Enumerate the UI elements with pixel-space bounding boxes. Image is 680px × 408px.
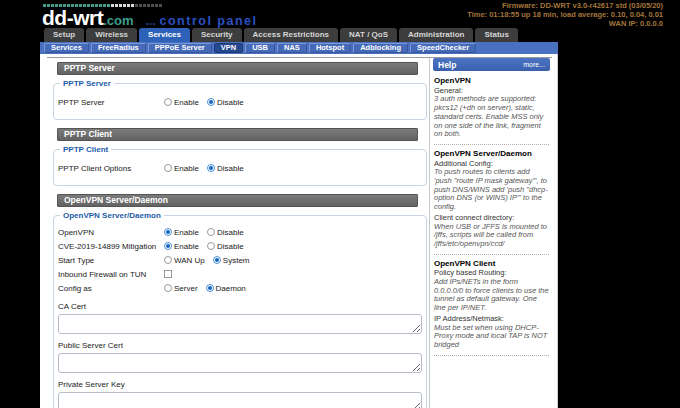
form-row: PPTP Client Options Enable Disable	[58, 161, 422, 175]
radio-openvpn-disable[interactable]	[207, 228, 215, 236]
row-label: Config as	[58, 284, 164, 293]
tab-nat-qos[interactable]: NAT / QoS	[340, 28, 397, 42]
radio-label: Server	[174, 284, 198, 293]
private-server-key-textarea[interactable]	[58, 392, 422, 408]
brand-tld: .com	[103, 13, 133, 28]
tab-security[interactable]: Security	[192, 28, 242, 42]
help-sidebar: Help more... OpenVPN General: 3 auth met…	[429, 58, 553, 408]
fieldset-legend: PPTP Client	[60, 145, 111, 154]
radio-pptp-client-disable[interactable]	[207, 164, 215, 172]
section-header-openvpn-server: OpenVPN Server/Daemon	[57, 194, 418, 207]
row-label: CVE-2019-14899 Mitigation	[58, 242, 164, 251]
help-header: Help more...	[433, 58, 550, 71]
radio-label: Disable	[217, 164, 244, 173]
form-row: Start Type WAN Up System	[58, 253, 422, 267]
tab-wireless[interactable]: Wireless	[86, 28, 137, 42]
radio-pptp-client-enable[interactable]	[164, 164, 172, 172]
help-item-text: Add IPs/NETs in the form 0.0.0.0/0 to fo…	[434, 278, 549, 313]
radio-config-as-server[interactable]	[164, 284, 172, 292]
form-row: Config as Server Daemon	[58, 281, 422, 295]
row-label: PPTP Client Options	[58, 164, 164, 173]
subtab-freeradius[interactable]: FreeRadius	[91, 43, 146, 53]
form-row: CVE-2019-14899 Mitigation Enable Disable	[58, 239, 422, 253]
subtab-vpn[interactable]: VPN	[214, 43, 243, 53]
fieldset-legend: PPTP Server	[60, 79, 114, 88]
row-label: PPTP Server	[58, 98, 164, 107]
radio-label: Enable	[174, 242, 199, 251]
help-title: Help	[438, 60, 456, 70]
help-body: OpenVPN General: 3 auth methods are supp…	[433, 71, 550, 366]
row-label: Start Type	[58, 256, 164, 265]
radio-label: Disable	[217, 228, 244, 237]
help-divider	[434, 254, 549, 255]
radio-cve-mitigation-disable[interactable]	[207, 242, 215, 250]
brand-ellipsis: ...	[146, 14, 156, 28]
radio-label: Daemon	[216, 284, 246, 293]
fieldset-pptp-client: PPTP Client PPTP Client Options Enable D…	[53, 145, 427, 186]
subtab-usb[interactable]: USB	[245, 43, 275, 53]
row-label: OpenVPN	[58, 228, 164, 237]
help-item-text: To push routes to clients add 'push "rou…	[434, 168, 549, 212]
help-item-text: When USB or JFFS is mounted to /jffs, sc…	[434, 223, 549, 249]
tab-administration[interactable]: Administration	[399, 28, 473, 42]
tab-access-restrictions[interactable]: Access Restrictions	[244, 28, 338, 42]
radio-label: Enable	[174, 164, 199, 173]
subtab-speedchecker[interactable]: SpeedChecker	[410, 43, 476, 53]
ca-cert-label: CA Cert	[58, 302, 422, 311]
fieldset-pptp-server: PPTP Server PPTP Server Enable Disable	[53, 79, 427, 120]
help-heading-openvpn: OpenVPN	[434, 77, 549, 86]
radio-pptp-server-disable[interactable]	[207, 98, 215, 106]
ca-cert-textarea[interactable]	[58, 314, 422, 334]
radio-label: Enable	[174, 98, 199, 107]
tab-setup[interactable]: Setup	[44, 28, 84, 42]
help-heading-openvpn-server: OpenVPN Server/Daemon	[434, 150, 549, 159]
radio-label: Disable	[217, 242, 244, 251]
system-info: Firmware: DD-WRT v3.0-r42617 std (03/05/…	[467, 2, 663, 28]
help-item-text: Must be set when using DHCP-Proxy mode a…	[434, 324, 549, 350]
fieldset-legend: OpenVPN Server/Daemon	[60, 211, 164, 220]
subtab-pppoe-server[interactable]: PPPoE Server	[148, 43, 212, 53]
radio-pptp-server-enable[interactable]	[164, 98, 172, 106]
tab-status[interactable]: Status	[475, 28, 517, 42]
tab-services[interactable]: Services	[139, 28, 190, 42]
radio-cve-mitigation-enable[interactable]	[164, 242, 172, 250]
radio-config-as-daemon[interactable]	[206, 284, 214, 292]
brand-logo[interactable]: dd-wrt.com...control panel	[42, 6, 258, 30]
private-server-key-label: Private Server Key	[58, 380, 422, 389]
form-row: Inbound Firewall on TUN	[58, 267, 422, 281]
content-area: PPTP Server PPTP Server PPTP Server Enab…	[40, 54, 558, 408]
radio-label: WAN Up	[174, 256, 205, 265]
public-server-cert-textarea[interactable]	[58, 353, 422, 373]
subtab-nas[interactable]: NAS	[277, 43, 307, 53]
services-subnav: Services FreeRadius PPPoE Server VPN USB…	[40, 42, 558, 54]
help-heading-openvpn-client: OpenVPN Client	[434, 260, 549, 269]
subtab-hotspot[interactable]: Hotspot	[309, 43, 351, 53]
main-nav-tabs: Setup Wireless Services Security Access …	[44, 28, 518, 42]
form-row: PPTP Server Enable Disable	[58, 95, 422, 109]
radio-label: System	[223, 256, 250, 265]
form-row: OpenVPN Enable Disable	[58, 225, 422, 239]
radio-label: Enable	[174, 228, 199, 237]
row-label: Inbound Firewall on TUN	[58, 270, 164, 279]
help-divider	[434, 355, 549, 356]
radio-start-type-wanup[interactable]	[164, 256, 172, 264]
vpn-form: PPTP Server PPTP Server PPTP Server Enab…	[44, 58, 434, 408]
section-header-pptp-client: PPTP Client	[57, 128, 418, 141]
help-divider	[434, 144, 549, 145]
radio-start-type-system[interactable]	[213, 256, 221, 264]
section-header-pptp-server: PPTP Server	[57, 62, 418, 75]
radio-label: Disable	[217, 98, 244, 107]
control-panel-subtitle: control panel	[160, 14, 258, 28]
subtab-adblocking[interactable]: Adblocking	[353, 43, 408, 53]
subtab-services[interactable]: Services	[44, 43, 89, 53]
brand-name: dd-wrt	[42, 6, 103, 29]
fieldset-openvpn-server: OpenVPN Server/Daemon OpenVPN Enable Dis…	[53, 211, 427, 408]
radio-openvpn-enable[interactable]	[164, 228, 172, 236]
public-server-cert-label: Public Server Cert	[58, 341, 422, 350]
checkbox-inbound-firewall-tun[interactable]	[164, 270, 172, 278]
help-more-link[interactable]: more...	[523, 61, 545, 68]
help-item-text: 3 auth methods are supported: pkcs12 (+d…	[434, 95, 549, 139]
